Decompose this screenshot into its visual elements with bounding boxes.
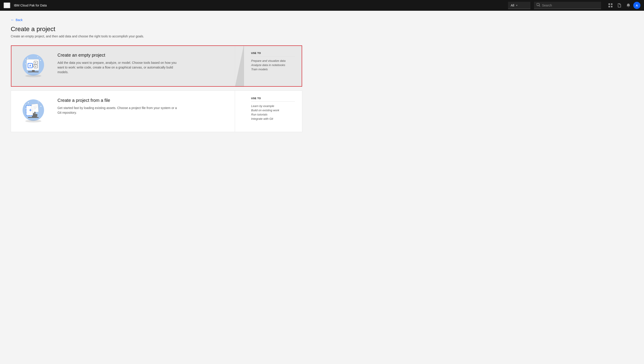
svg-point-16	[25, 75, 41, 77]
file-icon-button[interactable]	[616, 1, 624, 10]
file-project-description: Get started fast by loading existing ass…	[58, 106, 178, 115]
empty-project-title: Create an empty project	[58, 53, 230, 58]
file-project-icon-area: + +	[11, 91, 56, 132]
svg-rect-0	[608, 3, 610, 5]
bell-icon-button[interactable]	[624, 1, 632, 10]
empty-project-use-to: USE TO Prepare and visualize data Analyz…	[244, 46, 302, 87]
diagonal-separator	[235, 46, 244, 87]
grid-icon-button[interactable]	[606, 1, 614, 10]
use-to-item: Run tutorials	[251, 113, 295, 116]
use-to-label-1: USE TO	[251, 52, 295, 56]
topbar: IBM Cloud Pak for Data All ▾	[0, 0, 644, 11]
svg-rect-29	[32, 104, 38, 112]
use-to-item: Train models	[251, 68, 295, 71]
spacer	[235, 91, 244, 132]
svg-rect-2	[608, 6, 610, 8]
use-to-item: Integrate with Git	[251, 117, 295, 120]
menu-button[interactable]	[4, 3, 10, 8]
search-container	[534, 2, 601, 9]
svg-point-33	[25, 120, 41, 122]
use-to-item: Learn by example	[251, 104, 295, 108]
use-to-label-2: USE TO	[251, 97, 295, 102]
svg-point-7	[40, 60, 41, 61]
svg-point-8	[25, 64, 26, 64]
empty-project-illustration: A B B + +	[20, 53, 47, 79]
search-input[interactable]	[542, 4, 598, 7]
svg-point-24	[40, 106, 41, 107]
svg-rect-17	[32, 70, 35, 71]
svg-rect-18	[28, 71, 39, 72]
file-project-card[interactable]: + + Create a project fro	[11, 90, 302, 132]
search-icon	[537, 3, 540, 8]
page-title: Create a project	[11, 26, 302, 33]
svg-point-5	[27, 58, 28, 59]
svg-text:+: +	[29, 107, 32, 113]
svg-rect-34	[32, 116, 35, 117]
use-to-items-2: Learn by example Build on existing work …	[251, 104, 295, 120]
file-project-body: Create a project from a file Get started…	[56, 91, 235, 132]
svg-rect-3	[611, 6, 612, 8]
file-project-title: Create a project from a file	[58, 98, 230, 103]
svg-text:A: A	[29, 64, 31, 67]
use-to-item: Build on existing work	[251, 109, 295, 112]
dropdown-label: All	[511, 4, 514, 7]
empty-project-body: Create an empty project Add the data you…	[56, 46, 235, 87]
svg-text:+: +	[25, 58, 26, 61]
scope-dropdown[interactable]: All ▾	[508, 2, 530, 9]
svg-rect-1	[611, 3, 612, 5]
chevron-down-icon: ▾	[516, 4, 518, 7]
svg-point-6	[38, 56, 38, 57]
svg-text:+: +	[25, 104, 26, 106]
svg-rect-35	[28, 117, 39, 118]
avatar[interactable]: A	[633, 2, 640, 9]
use-to-item: Prepare and visualize data	[251, 59, 295, 62]
file-project-use-to: USE TO Learn by example Build on existin…	[244, 91, 302, 132]
back-link[interactable]: ← Back	[11, 18, 302, 22]
use-to-items-1: Prepare and visualize data Analyze data …	[251, 59, 295, 71]
svg-point-22	[28, 102, 29, 103]
use-to-item: Analyze data in notebooks	[251, 63, 295, 67]
svg-text:B: B	[35, 66, 36, 68]
main-content: ← Back Create a project Create an empty …	[0, 11, 313, 143]
empty-project-description: Add the data you want to prepare, analyz…	[58, 60, 178, 75]
page-subtitle: Create an empty project, and then add da…	[11, 35, 302, 38]
svg-point-25	[26, 108, 26, 109]
app-title: IBM Cloud Pak for Data	[14, 4, 47, 7]
empty-project-card[interactable]: A B B + + Create an empty p	[11, 45, 302, 87]
back-arrow-icon: ←	[11, 18, 14, 22]
empty-project-icon-area: A B B + +	[11, 46, 56, 87]
svg-point-23	[38, 102, 39, 102]
topbar-actions: A	[606, 1, 640, 10]
svg-text:B: B	[35, 62, 36, 64]
file-project-illustration: + +	[20, 98, 47, 125]
svg-text:+: +	[39, 57, 40, 59]
back-label: Back	[16, 18, 22, 22]
